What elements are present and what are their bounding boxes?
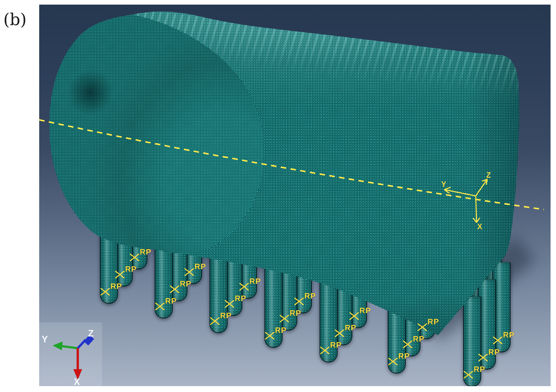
- model-z-axis-label: Z: [486, 171, 491, 179]
- view-z-axis-label: Z: [88, 328, 94, 338]
- rp-cross-icon: [209, 315, 221, 327]
- rp-cross-icon: [264, 330, 276, 341]
- rp-cross-icon: [154, 300, 166, 312]
- rp-cross-icon: [99, 286, 111, 298]
- rp-cross-icon: [387, 355, 399, 367]
- rp-cross-icon: [402, 338, 414, 350]
- rp-label: RP: [413, 335, 425, 343]
- rp-label: RP: [194, 262, 206, 271]
- rp-label: RP: [165, 297, 177, 306]
- rp-cross-icon: [463, 369, 474, 380]
- model-y-axis-label: Y: [441, 180, 446, 189]
- rp-label: RP: [249, 277, 261, 286]
- view-x-axis-label: X: [74, 377, 80, 386]
- rp-cross-icon: [278, 313, 290, 324]
- rp-label: RP: [235, 294, 246, 303]
- tunnel-axis-dashed-line: [39, 120, 544, 209]
- view-csys-triad: Y Z X: [39, 322, 102, 386]
- rp-cross-icon: [348, 310, 360, 322]
- rp-label: RP: [330, 341, 342, 349]
- figure-panel-b: (b) Y Z X: [0, 0, 556, 392]
- fea-viewport: Y Z X Y Z X RPRPRPRPRPRPRPRPRPRPRPRPRPRP…: [39, 5, 550, 386]
- rp-cross-icon: [492, 334, 504, 346]
- rp-label: RP: [110, 282, 122, 291]
- rp-label: RP: [427, 317, 439, 326]
- rp-label: RP: [125, 265, 137, 274]
- rp-label: RP: [290, 309, 301, 318]
- rp-label: RP: [359, 306, 371, 315]
- rp-label: RP: [488, 348, 500, 357]
- rp-label: RP: [398, 352, 410, 361]
- rp-label: RP: [474, 365, 485, 374]
- rp-cross-icon: [334, 327, 345, 339]
- rp-cross-icon: [238, 281, 250, 292]
- annotation-overlay: Y Z X Y Z X: [39, 5, 550, 386]
- rp-label: RP: [503, 331, 515, 339]
- rp-cross-icon: [224, 298, 235, 310]
- rp-label: RP: [345, 323, 356, 332]
- model-x-axis-label: X: [477, 222, 482, 231]
- panel-label: (b): [3, 10, 27, 29]
- rp-label: RP: [275, 326, 286, 335]
- view-y-axis-label: Y: [42, 334, 48, 344]
- rp-cross-icon: [319, 345, 331, 356]
- rp-label: RP: [220, 311, 232, 320]
- rp-label: RP: [140, 248, 151, 256]
- rp-cross-icon: [417, 321, 428, 333]
- rp-cross-icon: [183, 266, 195, 278]
- rp-cross-icon: [293, 295, 305, 307]
- rp-cross-icon: [477, 352, 489, 363]
- rp-cross-icon: [169, 283, 180, 295]
- rp-cross-icon: [129, 251, 140, 263]
- rp-cross-icon: [114, 269, 126, 280]
- rp-label: RP: [304, 292, 316, 300]
- model-csys-triad: [444, 179, 487, 223]
- rp-label: RP: [180, 279, 191, 288]
- model-z-axis: [476, 179, 487, 196]
